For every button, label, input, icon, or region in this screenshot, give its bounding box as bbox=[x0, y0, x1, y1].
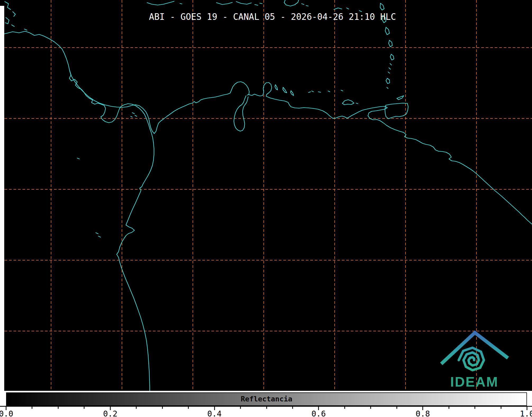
coastline bbox=[275, 85, 294, 95]
coastline bbox=[334, 8, 362, 12]
page-title: ABI - GOES 19 - CANAL 05 - 2026-04-26 21… bbox=[149, 12, 396, 22]
coastline bbox=[131, 113, 137, 117]
coastline bbox=[249, 83, 532, 224]
coastline bbox=[308, 90, 343, 93]
colorbar-gradient: Reflectancia bbox=[6, 392, 527, 406]
coastline bbox=[5, 2, 27, 30]
colorbar-tick-label: 0.4 bbox=[207, 409, 222, 417]
colorbar-minor-tick bbox=[162, 407, 163, 409]
coastline bbox=[147, 1, 182, 5]
ideam-logo-text: IDEAM bbox=[450, 374, 499, 389]
colorbar-minor-tick bbox=[370, 407, 371, 409]
colorbar-tick-label: 0.2 bbox=[103, 409, 117, 417]
coastline bbox=[77, 158, 101, 237]
coastline bbox=[397, 96, 404, 100]
ideam-logo: IDEAM bbox=[434, 327, 513, 390]
coastline bbox=[386, 78, 390, 84]
colorbar-minor-tick bbox=[292, 407, 293, 409]
colorbar-margin: Reflectancia 0.00.20.40.60.81.0 bbox=[0, 391, 532, 417]
colorbar-minor-tick bbox=[475, 407, 475, 409]
colorbar-tick-label: 0.8 bbox=[416, 409, 430, 417]
colorbar-minor-tick bbox=[501, 407, 501, 409]
coastline bbox=[388, 63, 392, 73]
coastline bbox=[216, 2, 262, 5]
hurricane-spiral-icon bbox=[459, 348, 484, 370]
coastline bbox=[389, 40, 392, 47]
colorbar-minor-tick bbox=[240, 407, 241, 409]
coastline bbox=[390, 54, 394, 60]
coastline bbox=[385, 27, 389, 35]
colorbar-tick-label: 0.6 bbox=[311, 409, 326, 417]
colorbar-tick-label: 0.0 bbox=[0, 409, 13, 417]
colorbar-minor-tick bbox=[58, 407, 58, 409]
coastline bbox=[284, 0, 308, 6]
colorbar-label: Reflectancia bbox=[241, 395, 292, 403]
colorbar-minor-tick bbox=[448, 407, 449, 409]
coastline bbox=[380, 3, 384, 10]
colorbar-minor-tick bbox=[136, 407, 137, 409]
colorbar-minor-tick bbox=[188, 407, 189, 409]
colorbar-minor-tick bbox=[396, 407, 397, 409]
bright-edge-strip bbox=[0, 6, 4, 391]
coastline bbox=[0, 31, 249, 134]
coastline bbox=[342, 100, 358, 105]
colorbar-minor-tick bbox=[266, 407, 267, 409]
coastline bbox=[387, 87, 388, 89]
satellite-image-viewport: ABI - GOES 19 - CANAL 05 - 2026-04-26 21… bbox=[0, 0, 532, 417]
coastline bbox=[234, 96, 248, 131]
coastline bbox=[385, 103, 408, 119]
colorbar-minor-tick bbox=[344, 407, 345, 409]
colorbar-tick-label: 1.0 bbox=[520, 409, 532, 417]
colorbar-minor-tick bbox=[32, 407, 33, 409]
colorbar-minor-tick bbox=[84, 407, 85, 409]
map-area: ABI - GOES 19 - CANAL 05 - 2026-04-26 21… bbox=[0, 0, 532, 391]
